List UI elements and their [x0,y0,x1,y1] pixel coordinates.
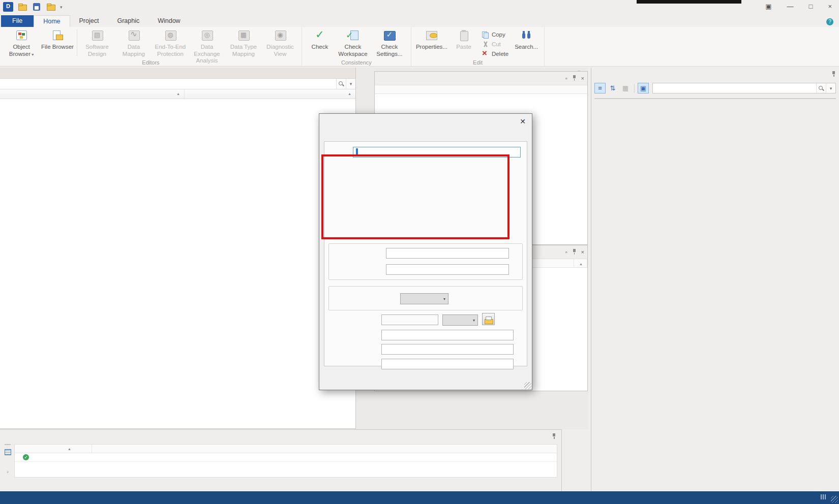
filter-search-button[interactable] [336,79,346,89]
dialog-resize-grip[interactable] [524,382,531,389]
object-tree [0,99,355,410]
properties-grid [594,98,836,99]
invalid-mode-select[interactable]: ▾ [442,314,478,326]
short-name-input[interactable] [386,248,509,259]
column-header-message[interactable] [92,445,557,453]
dialog-content: ▾ ▾ [324,141,527,366]
message-list-icon[interactable] [5,449,11,455]
native-type-qualifier-input[interactable] [381,330,514,340]
invalid-input[interactable] [381,314,438,325]
paste-button[interactable]: Paste [449,28,478,52]
referenced-objects-header [375,85,587,94]
dialog-close-icon[interactable]: ✕ [517,116,529,127]
cut-button[interactable]: Cut [482,41,508,48]
ribbon-tab-file[interactable]: File [1,15,34,27]
close-icon[interactable]: × [828,3,832,10]
column-header-package[interactable]: ▲ [184,89,355,99]
button-label: File Browser [41,44,74,51]
check-settings-icon [382,29,397,43]
style-switch-icon[interactable]: ▣ [765,3,771,10]
properties-button[interactable]: Properties... [414,28,449,52]
toolbar-separator [634,84,635,93]
panel-pin-icon[interactable] [831,71,836,77]
expand-icon[interactable]: › [7,468,9,475]
implementation-value-dialog: ✕ ▾ [319,113,532,390]
file-browser-button[interactable]: File Browser [40,28,75,52]
end-to-end-protection-button[interactable]: End-To-End Protection [152,28,189,58]
save-icon[interactable] [32,2,42,12]
referenced-objects-row[interactable] [375,94,587,103]
copy-icon [482,31,489,38]
panel-pin-icon[interactable] [572,248,577,255]
qat-overflow-icon[interactable]: ▾ [60,5,63,10]
panel-pin-icon[interactable] [572,75,577,81]
ribbon-tab-home[interactable]: Home [34,15,70,27]
minimize-icon[interactable]: — [787,3,794,10]
document-tab-strip [0,68,355,79]
panel-restore-icon[interactable]: ▫ [565,249,567,255]
properties-filter-input[interactable] [653,83,816,93]
search-icon [338,81,344,87]
window-resize-grip[interactable] [831,496,838,503]
code-input[interactable] [386,264,509,275]
message-row[interactable]: ✓ [15,453,557,462]
button-label: Data Mapping [117,44,151,57]
sync-selection-button[interactable]: ▣ [638,83,649,93]
button-label: Delete [492,51,508,57]
calibration-access-select[interactable]: ▾ [400,293,448,304]
object-browser-button[interactable]: Object Browser ▾ [3,28,40,58]
filter-dropdown-button[interactable]: ▾ [346,79,355,89]
ribbon-tab-window[interactable]: Window [148,15,189,27]
invalid-open-button[interactable] [482,313,495,325]
copy-button[interactable]: Copy [482,31,508,38]
object-browser-panel: ▾ ▲ ▲ [0,68,356,428]
search-button[interactable]: Search... [512,28,541,52]
dialog-title [319,114,532,128]
button-label: Software Design [80,44,114,57]
sort-az-button[interactable]: ⇅ [607,83,618,93]
gutter-divider [5,444,11,445]
messages-table: ▲ ✓ [14,444,557,478]
diagnostic-view-icon [273,29,288,43]
button-label: Cut [492,41,501,47]
ribbon-small-column: CopyCutDelete [478,28,512,57]
check-settings-button[interactable]: Check Settings... [371,28,408,58]
open-file-icon[interactable] [17,2,27,12]
delete-button[interactable]: Delete [482,50,508,57]
diagnostic-view-button[interactable]: Diagnostic View [262,28,298,58]
file-browser-icon [50,29,65,43]
column-header-name[interactable]: ▲ [0,89,184,99]
open-workspace-icon[interactable] [46,2,56,12]
properties-filter-dropdown-button[interactable]: ▾ [826,83,835,93]
data-mapping-button[interactable]: Data Mapping [115,28,152,58]
type-input[interactable] [381,344,514,355]
tree-filter-input[interactable] [0,79,336,89]
quick-access-toolbar: ▾ [3,2,63,12]
maximize-icon[interactable]: □ [809,3,813,10]
panel-restore-icon[interactable]: ▫ [565,75,567,81]
panel-close-icon[interactable]: × [581,249,584,255]
grid-view-button[interactable]: ▦ [620,83,631,93]
properties-filter-search-button[interactable] [816,83,826,93]
button-label: Data Type Mapping [227,44,260,57]
success-check-icon: ✓ [23,454,29,460]
delete-icon [482,50,489,57]
ribbon-group-edit: Properties...PasteCopyCutDeleteSearch...… [411,27,545,66]
check-workspace-button[interactable]: Check Workspace [335,28,371,58]
column-header-id[interactable]: ▲ [15,445,92,453]
ribbon-tab-project[interactable]: Project [70,15,108,27]
ribbon-tab-graphic[interactable]: Graphic [108,15,148,27]
panel-pin-icon[interactable] [552,433,556,439]
measurement-calibration-group: ▾ [328,286,523,310]
e2e-protection-icon [163,29,178,43]
help-icon[interactable]: ? [826,18,833,25]
messages-gutter: › [2,444,13,475]
data-type-mapping-button[interactable]: Data Type Mapping [225,28,262,58]
name-input[interactable] [353,147,521,158]
check-button[interactable]: Check [305,28,335,52]
display-format-input[interactable] [381,359,514,369]
software-design-button[interactable]: Software Design [79,28,115,58]
panel-close-icon[interactable]: × [581,75,584,81]
categorized-view-button[interactable]: ≡ [594,83,606,93]
check-workspace-icon [345,29,361,43]
